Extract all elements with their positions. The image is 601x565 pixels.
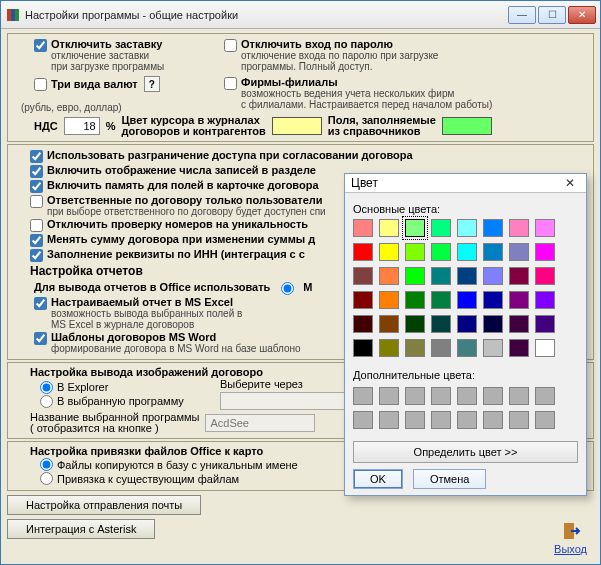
basic-color-11[interactable] [431,243,451,261]
check-2-checkbox[interactable] [30,180,43,193]
basic-color-10[interactable] [405,243,425,261]
basic-color-3[interactable] [431,219,451,237]
maximize-button[interactable]: ☐ [538,6,566,24]
custom-color-9[interactable] [379,411,399,429]
custom-color-0[interactable] [353,387,373,405]
basic-color-31[interactable] [535,291,555,309]
basic-color-43[interactable] [431,339,451,357]
check-4-checkbox[interactable] [30,219,43,232]
asterisk-button[interactable]: Интеграция с Asterisk [7,519,155,539]
custom-color-1[interactable] [379,387,399,405]
basic-color-22[interactable] [509,267,529,285]
basic-color-21[interactable] [483,267,503,285]
minimize-button[interactable]: — [508,6,536,24]
basic-color-14[interactable] [509,243,529,261]
custom-color-7[interactable] [535,387,555,405]
basic-color-20[interactable] [457,267,477,285]
check-3-label: Ответственные по договору только пользов… [47,194,326,206]
custom-color-3[interactable] [431,387,451,405]
basic-color-32[interactable] [353,315,373,333]
images-selected-radio[interactable] [40,395,53,408]
custom-color-6[interactable] [509,387,529,405]
basic-color-41[interactable] [379,339,399,357]
disable-splash-checkbox[interactable] [34,39,47,52]
basic-color-26[interactable] [405,291,425,309]
office-bind-copy-radio[interactable] [40,458,53,471]
basic-color-1[interactable] [379,219,399,237]
custom-color-2[interactable] [405,387,425,405]
basic-color-2[interactable] [405,219,425,237]
custom-color-12[interactable] [457,411,477,429]
custom-color-10[interactable] [405,411,425,429]
basic-color-0[interactable] [353,219,373,237]
close-button[interactable]: ✕ [568,6,596,24]
basic-color-39[interactable] [535,315,555,333]
check-1-checkbox[interactable] [30,165,43,178]
mail-settings-button[interactable]: Настройка отправления почты [7,495,201,515]
reports-word-checkbox[interactable] [34,332,47,345]
check-6-checkbox[interactable] [30,249,43,262]
custom-color-11[interactable] [431,411,451,429]
check-5-checkbox[interactable] [30,234,43,247]
basic-color-36[interactable] [457,315,477,333]
basic-color-44[interactable] [457,339,477,357]
disable-password-checkbox[interactable] [224,39,237,52]
custom-color-13[interactable] [483,411,503,429]
office-bind-link-radio[interactable] [40,472,53,485]
basic-color-19[interactable] [431,267,451,285]
basic-color-34[interactable] [405,315,425,333]
basic-color-35[interactable] [431,315,451,333]
fields-color-swatch[interactable] [442,117,492,135]
images-prog-input[interactable] [205,414,315,432]
custom-color-4[interactable] [457,387,477,405]
exit-icon[interactable] [561,521,581,541]
basic-color-18[interactable] [405,267,425,285]
custom-color-8[interactable] [353,411,373,429]
basic-color-16[interactable] [353,267,373,285]
images-explorer-radio[interactable] [40,381,53,394]
basic-color-38[interactable] [509,315,529,333]
basic-color-28[interactable] [457,291,477,309]
basic-color-12[interactable] [457,243,477,261]
basic-color-17[interactable] [379,267,399,285]
basic-color-24[interactable] [353,291,373,309]
custom-color-15[interactable] [535,411,555,429]
basic-color-5[interactable] [483,219,503,237]
custom-color-14[interactable] [509,411,529,429]
basic-color-42[interactable] [405,339,425,357]
branches-checkbox[interactable] [224,77,237,90]
basic-color-27[interactable] [431,291,451,309]
basic-color-8[interactable] [353,243,373,261]
basic-color-40[interactable] [353,339,373,357]
basic-color-37[interactable] [483,315,503,333]
basic-color-6[interactable] [509,219,529,237]
define-color-button[interactable]: Определить цвет >> [353,441,578,463]
check-3-checkbox[interactable] [30,195,43,208]
custom-color-5[interactable] [483,387,503,405]
basic-color-45[interactable] [483,339,503,357]
color-dialog-close-button[interactable]: ✕ [560,174,580,192]
basic-color-30[interactable] [509,291,529,309]
nds-input[interactable] [64,117,100,135]
basic-color-13[interactable] [483,243,503,261]
color-cancel-button[interactable]: Отмена [413,469,486,489]
basic-color-15[interactable] [535,243,555,261]
basic-color-29[interactable] [483,291,503,309]
basic-color-46[interactable] [509,339,529,357]
cursor-color-swatch[interactable] [272,117,322,135]
basic-color-9[interactable] [379,243,399,261]
check-0-checkbox[interactable] [30,150,43,163]
color-ok-button[interactable]: OK [353,469,403,489]
reports-excel-checkbox[interactable] [34,297,47,310]
basic-color-7[interactable] [535,219,555,237]
basic-color-4[interactable] [457,219,477,237]
office-bind-link-label: Привязка к существующим файлам [57,473,239,485]
basic-color-25[interactable] [379,291,399,309]
three-currencies-help-button[interactable]: ? [144,76,160,92]
reports-ms-radio[interactable] [281,282,294,295]
basic-color-23[interactable] [535,267,555,285]
three-currencies-checkbox[interactable] [34,78,47,91]
exit-link[interactable]: Выход [554,543,587,555]
basic-color-33[interactable] [379,315,399,333]
basic-color-47[interactable] [535,339,555,357]
